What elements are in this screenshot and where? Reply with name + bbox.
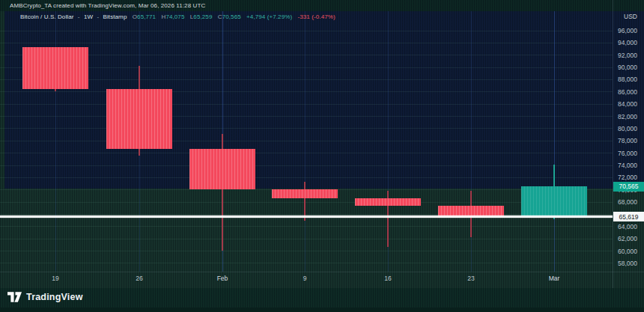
price-tick-label: 74,000 <box>618 162 643 169</box>
price-tick-label: 92,000 <box>618 52 643 59</box>
time-tick-label: 16 <box>384 275 391 282</box>
horizontal-gridline <box>0 239 613 239</box>
last-price-badge: 70,565 <box>613 182 644 192</box>
vertical-gridline <box>305 11 306 272</box>
horizontal-gridline <box>0 43 613 43</box>
price-tick-label: 88,000 <box>618 76 643 83</box>
horizontal-gridline <box>0 91 613 92</box>
time-tick-label: 23 <box>467 275 474 282</box>
tradingview-logo-icon <box>7 292 22 302</box>
symbol-info-row: Bitcoin / U.S. Dollar - 1W - Bitstamp O6… <box>20 13 335 20</box>
price-tick-label: 68,000 <box>618 198 643 206</box>
horizontal-gridline <box>0 141 613 141</box>
horizontal-gridline <box>0 104 613 105</box>
candle-wick <box>304 182 306 221</box>
price-tick-label: 94,000 <box>618 39 643 46</box>
horizontal-gridline <box>0 177 613 178</box>
currency-label: USD <box>624 13 637 20</box>
candle[interactable] <box>22 47 88 89</box>
price-tick-label: 90,000 <box>618 64 643 71</box>
price-tick-label: 72,000 <box>618 174 643 181</box>
change-negative: -331 (-0.47%) <box>298 13 335 20</box>
exchange-label: Bitstamp <box>103 13 127 20</box>
low-value: 65,259 <box>193 13 212 20</box>
price-tick-label: 96,000 <box>618 27 643 34</box>
tradingview-logo[interactable]: TradingView <box>7 292 83 302</box>
footer-bar <box>0 288 644 308</box>
horizontal-gridline <box>0 116 613 117</box>
horizontal-gridline <box>0 226 613 227</box>
level-price-badge: 65,619 <box>613 212 644 221</box>
price-tick-label: 62,000 <box>618 235 643 242</box>
price-tick-label: 86,000 <box>618 88 643 96</box>
price-axis-border <box>613 0 613 288</box>
time-tick-label: 26 <box>136 275 142 282</box>
horizontal-gridline <box>0 128 613 129</box>
vertical-gridline <box>554 11 555 272</box>
high-value: 74,075 <box>165 13 184 20</box>
horizontal-gridline <box>0 165 613 166</box>
separator: - <box>97 13 99 20</box>
price-tick-label: 60,000 <box>618 248 643 255</box>
time-axis-border <box>0 272 644 272</box>
attribution-text: AMBCrypto_TA created with TradingView.co… <box>10 2 205 9</box>
price-tick-label: 58,000 <box>618 260 643 267</box>
horizontal-gridline <box>0 79 613 80</box>
price-tick-label: 78,000 <box>618 137 643 144</box>
candle[interactable] <box>355 198 421 206</box>
close-value: 70,565 <box>222 13 241 20</box>
tradingview-logo-text: TradingView <box>26 292 83 302</box>
open-value: 65,771 <box>137 13 156 20</box>
chart-background-upper <box>0 11 644 189</box>
time-tick-label: Feb <box>217 275 228 282</box>
support-line[interactable] <box>0 215 613 218</box>
symbol-title[interactable]: Bitcoin / U.S. Dollar <box>20 13 73 20</box>
candle[interactable] <box>521 186 587 215</box>
tradingview-chart-window: USD 96,00094,00092,00090,00088,00086,000… <box>0 0 644 312</box>
price-tick-label: 64,000 <box>618 223 643 230</box>
candle[interactable] <box>272 189 338 198</box>
separator: - <box>78 13 80 20</box>
bottom-edge <box>0 308 644 312</box>
chart-left-edge <box>0 11 4 189</box>
candle[interactable] <box>189 149 255 189</box>
horizontal-gridline <box>0 31 613 31</box>
price-tick-label: 80,000 <box>618 125 643 132</box>
time-tick-label: 19 <box>52 275 58 282</box>
price-tick-label: 76,000 <box>618 150 643 157</box>
horizontal-gridline <box>0 263 613 263</box>
time-tick-label: Mar <box>549 275 560 282</box>
candle[interactable] <box>106 89 172 149</box>
change-positive: +4,794 (+7.29%) <box>246 13 292 20</box>
candle[interactable] <box>438 206 504 216</box>
price-tick-label: 82,000 <box>618 113 643 120</box>
interval-label[interactable]: 1W <box>84 13 93 20</box>
horizontal-gridline <box>0 55 613 55</box>
horizontal-gridline <box>0 251 613 251</box>
horizontal-gridline <box>0 67 613 68</box>
horizontal-gridline <box>0 153 613 153</box>
time-tick-label: 9 <box>303 275 307 282</box>
price-tick-label: 84,000 <box>618 100 643 108</box>
